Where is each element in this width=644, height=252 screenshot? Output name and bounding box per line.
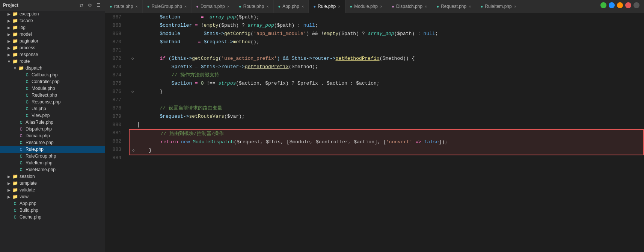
code-line-867: $action = array_pop($path); bbox=[129, 13, 644, 21]
sidebar-item-paginator[interactable]: ▶📁paginator bbox=[0, 38, 105, 44]
line-number-881: 881 bbox=[108, 129, 121, 137]
sidebar-item-log[interactable]: ▶📁log bbox=[0, 24, 105, 31]
sidebar-item-Rule.php[interactable]: CRule.php bbox=[0, 146, 105, 153]
line-number-879: 879 bbox=[108, 112, 121, 121]
win-btn-green[interactable] bbox=[600, 2, 606, 8]
code-line-871 bbox=[129, 46, 644, 55]
tab-Request-php[interactable]: ●Request.php× bbox=[432, 0, 476, 13]
sidebar-item-RuleGroup.php[interactable]: CRuleGroup.php bbox=[0, 153, 105, 159]
code-line-879: $request->setRouteVars($var); bbox=[129, 112, 644, 121]
token: empty bbox=[324, 31, 338, 36]
token: $request-> bbox=[204, 39, 233, 45]
sidebar-item-Redirect.php[interactable]: CRedirect.php bbox=[0, 92, 105, 99]
sidebar-item-Module.php[interactable]: CModule.php bbox=[0, 85, 105, 92]
win-btn-blue[interactable] bbox=[609, 2, 615, 8]
sidebar-item-RuleName.php[interactable]: CRuleName.php bbox=[0, 166, 105, 173]
tab-close-icon[interactable]: × bbox=[514, 4, 516, 9]
token: ; bbox=[315, 23, 318, 28]
sidebar-settings-btn[interactable]: ⚙ bbox=[87, 2, 93, 8]
sidebar-item-validate[interactable]: ▶📁validate bbox=[0, 187, 105, 193]
win-btn-dark[interactable] bbox=[633, 2, 639, 8]
token: ($path) ? bbox=[338, 31, 368, 36]
tab-close-icon[interactable]: × bbox=[302, 4, 304, 9]
sidebar-item-facade[interactable]: ▶📁facade bbox=[0, 17, 105, 24]
sidebar-item-view[interactable]: ▶📁view bbox=[0, 193, 105, 200]
win-btn-orange[interactable] bbox=[617, 2, 623, 8]
token bbox=[137, 139, 160, 145]
sidebar-item-Controller.php[interactable]: CController.php bbox=[0, 78, 105, 85]
token: ($var); bbox=[224, 114, 245, 119]
sidebar-item-exception[interactable]: ▶📁exception bbox=[0, 11, 105, 17]
sidebar-item-Build.php[interactable]: CBuild.php bbox=[0, 207, 105, 214]
line-code-868: $controller = !empty($path) ? array_pop(… bbox=[136, 21, 644, 30]
tab-Rule-php[interactable]: ●Rule.php× bbox=[309, 0, 345, 13]
sidebar-item-route[interactable]: ▼📁route bbox=[0, 58, 105, 65]
tab-close-icon[interactable]: × bbox=[184, 4, 187, 9]
sidebar-collapse-btn[interactable]: ⇄ bbox=[78, 2, 84, 8]
tab-Module-php[interactable]: ●Module.php× bbox=[345, 0, 388, 13]
code-line-880 bbox=[129, 121, 644, 129]
sidebar-item-Cache.php[interactable]: CCache.php bbox=[0, 214, 105, 220]
token: ( bbox=[250, 31, 253, 36]
sidebar-item-App.php[interactable]: CApp.php bbox=[0, 200, 105, 207]
tree-item-icon: C bbox=[18, 153, 24, 159]
sidebar-menu-btn[interactable]: ☰ bbox=[95, 2, 102, 8]
code-content[interactable]: $action = array_pop($path); $controller … bbox=[126, 13, 644, 252]
sidebar-item-View.php[interactable]: CView.php bbox=[0, 112, 105, 119]
line-code-883: } bbox=[137, 146, 643, 155]
tab-bar: ●route.php×●RuleGroup.php×●Domain.php×●R… bbox=[105, 0, 644, 13]
sidebar-item-RuleItem.php[interactable]: CRuleItem.php bbox=[0, 159, 105, 166]
tree-arrow-icon: ▶ bbox=[6, 26, 12, 30]
token: = bbox=[195, 31, 204, 36]
tree-arrow-icon: ▼ bbox=[12, 66, 18, 70]
sidebar: Project ⇄ ⚙ ☰ ▶📁exception▶📁facade▶📁log▶📁… bbox=[0, 0, 105, 252]
line-code-870: $method = $request->method(); bbox=[136, 38, 644, 46]
token: array_pop bbox=[207, 14, 236, 20]
sidebar-item-dispatch[interactable]: ▼📁dispatch bbox=[0, 65, 105, 71]
tab-close-icon[interactable]: × bbox=[469, 4, 471, 9]
sidebar-header: Project ⇄ ⚙ ☰ bbox=[0, 0, 105, 11]
tab-Dispatch-php[interactable]: ●Dispatch.php× bbox=[387, 0, 432, 13]
token: = bbox=[192, 23, 201, 28]
tab-close-icon[interactable]: × bbox=[425, 4, 427, 9]
tree-item-label: Url.php bbox=[32, 106, 46, 111]
tab-label: RuleItem.php bbox=[485, 4, 511, 9]
tab-App-php[interactable]: ●App.php× bbox=[274, 0, 309, 13]
sidebar-item-Dispatch.php[interactable]: CDispatch.php bbox=[0, 126, 105, 132]
tab-close-icon[interactable]: × bbox=[338, 4, 340, 9]
sidebar-item-response[interactable]: ▶📁response bbox=[0, 51, 105, 58]
token: getMethodPrefix bbox=[245, 64, 289, 70]
tab-route-php[interactable]: ●route.php× bbox=[105, 0, 143, 13]
sidebar-item-Domain.php[interactable]: CDomain.php bbox=[0, 132, 105, 139]
tab-label: Dispatch.php bbox=[396, 4, 422, 9]
sidebar-item-Callback.php[interactable]: CCallback.php bbox=[0, 71, 105, 78]
sidebar-item-Resource.php[interactable]: CResource.php bbox=[0, 139, 105, 146]
sidebar-item-model[interactable]: ▶📁model bbox=[0, 31, 105, 38]
token: null bbox=[424, 31, 435, 36]
tab-Route-php[interactable]: ●Route.php× bbox=[234, 0, 273, 13]
token: method bbox=[233, 39, 250, 45]
tab-close-icon[interactable]: × bbox=[266, 4, 268, 9]
tree-item-icon: 📁 bbox=[12, 38, 18, 44]
code-area[interactable]: 8678688698708718728738748758768778788798… bbox=[105, 13, 644, 252]
tab-RuleItem-php[interactable]: ●RuleItem.php× bbox=[476, 0, 521, 13]
tab-label: Rule.php bbox=[318, 4, 336, 9]
tab-close-icon[interactable]: × bbox=[135, 4, 137, 9]
tab-close-icon[interactable]: × bbox=[227, 4, 229, 9]
tab-RuleGroup-php[interactable]: ●RuleGroup.php× bbox=[143, 0, 192, 13]
sidebar-item-process[interactable]: ▶📁process bbox=[0, 44, 105, 51]
sidebar-item-AliasRule.php[interactable]: CAliasRule.php bbox=[0, 119, 105, 126]
tab-label: route.php bbox=[114, 4, 133, 9]
code-line-872: ◇ if ($this->getConfig('use_action_prefi… bbox=[129, 55, 644, 63]
sidebar-item-session[interactable]: ▶📁session bbox=[0, 173, 105, 180]
tree-item-icon: C bbox=[12, 214, 18, 220]
tab-close-icon[interactable]: × bbox=[380, 4, 382, 9]
token: setRouteVars bbox=[189, 114, 224, 119]
sidebar-item-Url.php[interactable]: CUrl.php bbox=[0, 105, 105, 112]
line-number-867: 867 bbox=[108, 13, 121, 21]
win-btn-red[interactable] bbox=[625, 2, 631, 8]
token: ($this-> bbox=[166, 56, 192, 61]
sidebar-item-Response.php[interactable]: CResponse.php bbox=[0, 99, 105, 105]
sidebar-item-template[interactable]: ▶📁template bbox=[0, 180, 105, 187]
tab-Domain-php[interactable]: ●Domain.php× bbox=[192, 0, 234, 13]
